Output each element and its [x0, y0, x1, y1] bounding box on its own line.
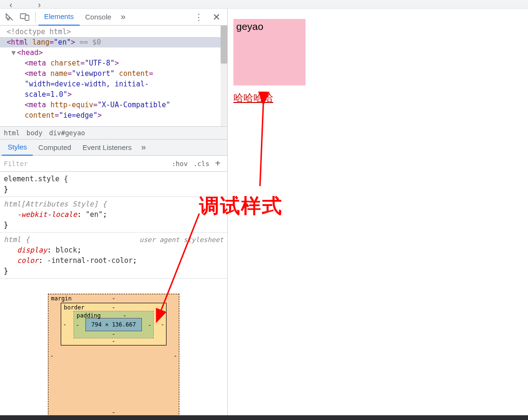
style-rules: element.style { } html[Attributes Style]… — [0, 172, 227, 279]
padding-label: padding — [77, 312, 101, 319]
device-toggle-icon[interactable] — [17, 9, 32, 25]
rule-html-ua[interactable]: user agent stylesheet html { display: bl… — [0, 233, 227, 279]
inspect-icon[interactable] — [2, 9, 17, 25]
styles-filter-input[interactable] — [4, 160, 169, 168]
devtools-close-icon[interactable]: ✕ — [208, 11, 225, 23]
dom-head-element[interactable]: ▼<head> — [0, 47, 227, 58]
subtab-event-listeners[interactable]: Event Listeners — [77, 140, 137, 156]
rule-html-attributes[interactable]: html[Attributes Style] { -webkit-locale:… — [0, 197, 227, 233]
browser-address-bar: ‹ › — [0, 0, 528, 9]
tab-elements[interactable]: Elements — [38, 9, 80, 26]
crumb-html[interactable]: html — [4, 129, 20, 137]
dom-meta-compat-cont[interactable]: content="ie=edge"> — [0, 110, 227, 121]
nav-forward-icon[interactable]: › — [32, 0, 46, 9]
dom-meta-charset[interactable]: <meta charset="UTF-8"> — [0, 58, 227, 68]
box-model-diagram[interactable]: margin - - - - border - - - - padding - … — [0, 279, 227, 417]
dom-doctype[interactable]: <!doctype html> — [0, 27, 227, 37]
preview-link[interactable]: 哈哈哈哈 — [233, 91, 273, 104]
devtools-panel: Elements Console » ⋮ ✕ <!doctype html> <… — [0, 9, 228, 417]
rule-origin: user agent stylesheet — [139, 234, 223, 245]
subtabs-overflow-icon[interactable]: » — [137, 142, 149, 152]
dom-html-element[interactable]: <html lang="en"> == $0 — [0, 37, 227, 47]
cls-toggle[interactable]: .cls — [191, 160, 213, 168]
dom-meta-viewport[interactable]: <meta name="viewport" content= — [0, 68, 227, 79]
hov-toggle[interactable]: :hov — [169, 160, 191, 168]
styles-filter-row: :hov .cls + — [0, 156, 227, 172]
crumb-div[interactable]: div#geyao — [49, 129, 85, 137]
subtab-styles[interactable]: Styles — [2, 140, 33, 156]
taskbar-strip — [0, 415, 528, 420]
dom-meta-viewport-cont[interactable]: "width=device-width, initial- — [0, 79, 227, 89]
rule-element-style[interactable]: element.style { } — [0, 172, 227, 197]
margin-label: margin — [51, 295, 72, 302]
annotation-text: 调试样式 — [199, 193, 283, 219]
tabs-overflow-icon[interactable]: » — [117, 12, 130, 22]
dom-meta-viewport-end[interactable]: scale=1.0"> — [0, 89, 227, 100]
crumb-body[interactable]: body — [27, 129, 43, 137]
border-label: border — [64, 304, 84, 311]
devtools-menu-icon[interactable]: ⋮ — [190, 12, 208, 22]
tab-console[interactable]: Console — [80, 9, 117, 26]
devtools-toolbar: Elements Console » ⋮ ✕ — [0, 9, 227, 26]
styles-subtabs: Styles Computed Event Listeners » — [0, 140, 227, 156]
dom-tree[interactable]: <!doctype html> <html lang="en"> == $0 ▼… — [0, 26, 227, 126]
nav-back-icon[interactable]: ‹ — [4, 0, 18, 9]
subtab-computed[interactable]: Computed — [33, 140, 77, 156]
new-style-rule-icon[interactable]: + — [212, 158, 223, 169]
content-dimensions: 794 × 136.667 — [85, 318, 142, 331]
svg-rect-1 — [25, 15, 29, 20]
geyao-box: geyao — [233, 19, 306, 85]
dom-breadcrumb: html body div#geyao — [0, 126, 227, 140]
scrollbar-thumb[interactable] — [221, 26, 227, 64]
dom-meta-compat[interactable]: <meta http-equiv="X-UA-Compatible" — [0, 100, 227, 110]
